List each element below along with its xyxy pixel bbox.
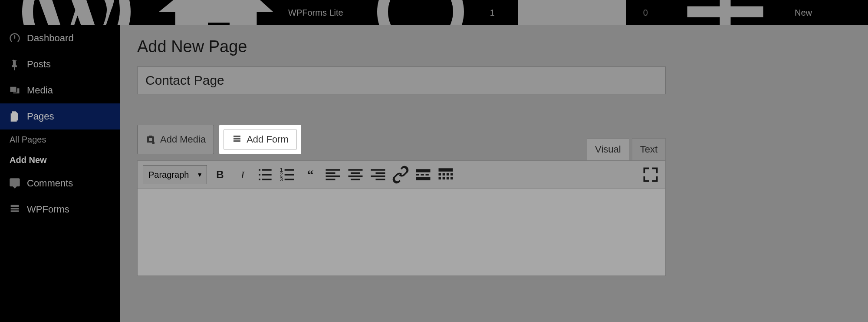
align-center-button[interactable] bbox=[346, 165, 365, 184]
sidebar-label: Pages bbox=[27, 111, 54, 122]
site-home-link[interactable]: WPForms Lite bbox=[148, 0, 349, 25]
add-media-label: Add Media bbox=[160, 134, 206, 145]
new-content-link[interactable]: New bbox=[654, 0, 818, 25]
admin-bar: WPForms Lite 1 0 New bbox=[0, 0, 868, 25]
sidebar-item-dashboard[interactable]: Dashboard bbox=[0, 25, 120, 51]
sidebar-label: WPForms bbox=[27, 204, 69, 215]
wp-logo[interactable] bbox=[5, 0, 148, 25]
sidebar-item-media[interactable]: Media bbox=[0, 77, 120, 103]
editor-tabs: Visual Text bbox=[587, 138, 666, 160]
submenu-add-new[interactable]: Add New bbox=[0, 150, 120, 170]
editor-toolbar: Paragraph B I 123 “ bbox=[137, 160, 666, 189]
main-content: Add New Page Add Media Add Form Visual T… bbox=[120, 25, 868, 322]
sidebar-item-comments[interactable]: Comments bbox=[0, 170, 120, 196]
add-form-highlight: Add Form bbox=[219, 125, 301, 154]
media-icon bbox=[9, 84, 21, 96]
form-icon bbox=[232, 134, 242, 145]
site-title: WPForms Lite bbox=[288, 8, 343, 18]
form-icon bbox=[9, 203, 21, 216]
pages-icon bbox=[9, 110, 21, 123]
toolbar-toggle-button[interactable] bbox=[436, 165, 455, 184]
tab-visual[interactable]: Visual bbox=[587, 138, 629, 160]
sidebar-item-posts[interactable]: Posts bbox=[0, 51, 120, 77]
editor: Add Media Add Form Visual Text Paragraph bbox=[137, 125, 666, 276]
svg-text:3: 3 bbox=[280, 176, 283, 183]
add-form-button[interactable]: Add Form bbox=[224, 129, 297, 150]
submenu-all-pages[interactable]: All Pages bbox=[0, 129, 120, 150]
admin-sidebar: Dashboard Posts Media Pages All Pages Ad… bbox=[0, 25, 120, 322]
sidebar-label: Posts bbox=[27, 59, 51, 70]
bold-button[interactable]: B bbox=[210, 165, 230, 184]
comments-count: 0 bbox=[643, 8, 648, 18]
fullscreen-button[interactable] bbox=[641, 165, 660, 184]
sidebar-label: Dashboard bbox=[27, 33, 74, 44]
add-media-button[interactable]: Add Media bbox=[137, 125, 214, 154]
comments-link[interactable]: 0 bbox=[501, 0, 654, 25]
align-left-button[interactable] bbox=[323, 165, 342, 184]
sidebar-item-wpforms[interactable]: WPForms bbox=[0, 196, 120, 222]
quote-button[interactable]: “ bbox=[301, 165, 320, 184]
numbered-list-button[interactable]: 123 bbox=[278, 165, 297, 184]
page-heading: Add New Page bbox=[137, 37, 851, 56]
updates-count: 1 bbox=[490, 8, 495, 18]
sidebar-label: Media bbox=[27, 85, 53, 96]
align-right-button[interactable] bbox=[368, 165, 388, 184]
camera-icon bbox=[145, 134, 156, 145]
italic-button[interactable]: I bbox=[233, 165, 252, 184]
add-form-label: Add Form bbox=[247, 134, 289, 145]
sidebar-label: Comments bbox=[27, 178, 73, 189]
format-select[interactable]: Paragraph bbox=[143, 165, 207, 184]
updates-link[interactable]: 1 bbox=[349, 0, 501, 25]
bullet-list-button[interactable] bbox=[256, 165, 275, 184]
sidebar-item-pages[interactable]: Pages bbox=[0, 103, 120, 129]
dashboard-icon bbox=[9, 32, 21, 44]
link-button[interactable] bbox=[391, 165, 410, 184]
editor-content-area[interactable] bbox=[137, 189, 666, 276]
comment-icon bbox=[9, 177, 21, 189]
tab-text[interactable]: Text bbox=[632, 138, 666, 160]
read-more-button[interactable] bbox=[414, 165, 433, 184]
pin-icon bbox=[9, 58, 21, 70]
page-title-input[interactable] bbox=[137, 66, 666, 94]
new-label: New bbox=[795, 8, 812, 18]
